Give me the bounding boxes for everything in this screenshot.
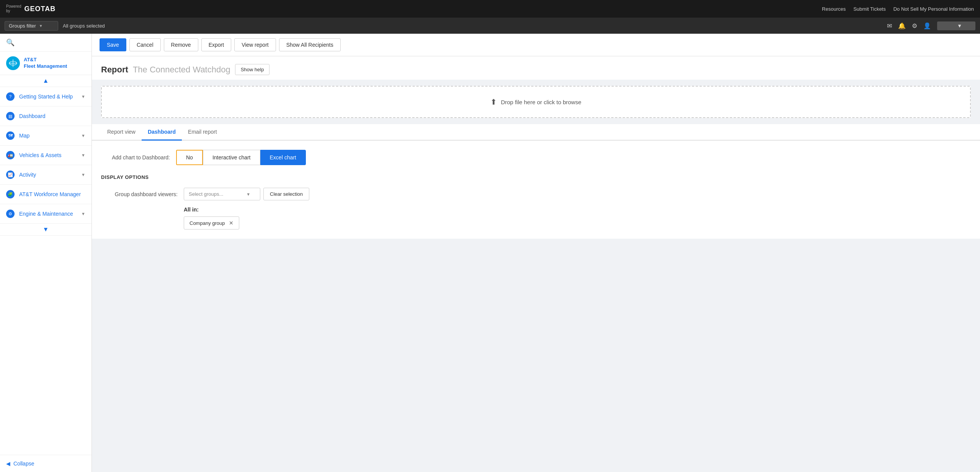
engine-chevron-icon: ▼ [81, 211, 85, 216]
sidebar-brand: AT&TFleet Management [0, 52, 91, 75]
app-layout: 🔍 AT&TFleet Management ▲ ? Getting Start… [0, 34, 980, 472]
view-report-button[interactable]: View report [234, 38, 276, 51]
dashboard-icon: ▤ [6, 112, 15, 120]
getting-started-icon: ? [6, 92, 15, 101]
upload-icon: ⬆ [490, 97, 497, 107]
add-chart-label: Add chart to Dashboard: [101, 154, 170, 161]
groups-bar-icons: ✉ 🔔 ⚙ 👤 ▼ [887, 21, 975, 30]
report-title-text: Report [101, 65, 128, 75]
do-not-sell-link[interactable]: Do Not Sell My Personal Information [893, 6, 974, 12]
map-chevron-icon: ▼ [81, 133, 85, 138]
all-in-label: All in: [184, 206, 971, 213]
drop-zone-text: Drop file here or click to browse [501, 99, 581, 105]
remove-button[interactable]: Remove [164, 38, 198, 51]
groups-filter-chevron-icon: ▼ [39, 24, 43, 28]
group-viewers-row: Group dashboard viewers: Select groups..… [101, 188, 971, 200]
drop-zone[interactable]: ⬆ Drop file here or click to browse [101, 86, 971, 118]
sidebar-label-map: Map [19, 133, 77, 139]
show-recipients-button[interactable]: Show All Recipients [279, 38, 341, 51]
tabs: Report view Dashboard Email report [92, 124, 980, 141]
report-subtitle-text: The Connected Watchdog [133, 65, 230, 75]
user-menu-chevron-icon: ▼ [957, 23, 962, 29]
getting-started-chevron-icon: ▼ [81, 94, 85, 99]
sidebar-item-getting-started[interactable]: ? Getting Started & Help ▼ [0, 87, 91, 107]
chart-excel-button[interactable]: Excel chart [260, 150, 306, 165]
chart-options: No Interactive chart Excel chart [176, 150, 306, 165]
sidebar-label-engine: Engine & Maintenance [19, 211, 77, 217]
scroll-up-indicator: ▲ [0, 75, 91, 87]
workforce-icon: 🧩 [6, 190, 15, 198]
select-groups-placeholder: Select groups... [189, 191, 223, 197]
sidebar-label-vehicles: Vehicles & Assets [19, 152, 77, 158]
tab-email-report[interactable]: Email report [182, 124, 223, 141]
activity-chevron-icon: ▼ [81, 172, 85, 177]
groups-filter-label: Groups filter [9, 23, 36, 29]
toolbar: Save Cancel Remove Export View report Sh… [92, 34, 980, 56]
geotab-logo: GEOTAB [24, 5, 56, 13]
sidebar-item-map[interactable]: 🗺 Map ▼ [0, 126, 91, 146]
collapse-arrow-icon: ◀ [6, 461, 10, 467]
dashboard-panel: Add chart to Dashboard: No Interactive c… [92, 141, 980, 239]
tab-dashboard[interactable]: Dashboard [142, 124, 182, 141]
powered-by-text: Poweredby [6, 4, 21, 13]
activity-icon: 📈 [6, 170, 15, 179]
user-menu-button[interactable]: ▼ [937, 21, 975, 30]
att-logo-icon [6, 56, 20, 70]
search-icon: 🔍 [6, 38, 15, 47]
collapse-button[interactable]: ◀ Collapse [0, 455, 91, 472]
sidebar-item-vehicles[interactable]: 🚛 Vehicles & Assets ▼ [0, 146, 91, 165]
select-groups-chevron-icon: ▼ [246, 192, 250, 197]
top-nav: Poweredby GEOTAB Resources Submit Ticket… [0, 0, 980, 18]
cancel-button[interactable]: Cancel [129, 38, 161, 51]
report-title: Report The Connected Watchdog Show help [101, 64, 971, 80]
resources-link[interactable]: Resources [822, 6, 846, 12]
scroll-down-button[interactable]: ▼ [43, 226, 49, 233]
sidebar-item-activity[interactable]: 📈 Activity ▼ [0, 165, 91, 185]
sidebar-label-dashboard: Dashboard [19, 113, 85, 119]
tab-report-view[interactable]: Report view [101, 124, 142, 141]
scroll-up-button[interactable]: ▲ [43, 77, 49, 84]
report-header: Report The Connected Watchdog Show help [92, 56, 980, 80]
select-groups-dropdown[interactable]: Select groups... ▼ [184, 188, 260, 200]
groups-selected-text: All groups selected [63, 23, 105, 29]
sidebar-label-activity: Activity [19, 172, 77, 178]
collapse-label: Collapse [13, 461, 34, 467]
show-help-button[interactable]: Show help [235, 64, 270, 75]
groups-bar: Groups filter ▼ All groups selected ✉ 🔔 … [0, 18, 980, 34]
export-button[interactable]: Export [201, 38, 231, 51]
top-nav-left: Poweredby GEOTAB [6, 4, 56, 13]
all-in-section: All in: Company group ✕ [184, 206, 971, 229]
main-content: Save Cancel Remove Export View report Sh… [92, 34, 980, 472]
group-viewers-label: Group dashboard viewers: [101, 191, 178, 197]
sidebar: 🔍 AT&TFleet Management ▲ ? Getting Start… [0, 34, 92, 472]
vehicles-icon: 🚛 [6, 151, 15, 159]
user-name-text [941, 23, 955, 29]
chart-no-button[interactable]: No [176, 150, 203, 165]
sidebar-search[interactable]: 🔍 [0, 34, 91, 52]
sidebar-label-getting-started: Getting Started & Help [19, 93, 77, 100]
chart-interactive-button[interactable]: Interactive chart [203, 150, 260, 165]
company-group-tag: Company group ✕ [184, 216, 239, 229]
engine-icon: ⚙ [6, 210, 15, 218]
groups-filter-button[interactable]: Groups filter ▼ [5, 21, 58, 31]
sidebar-item-dashboard[interactable]: ▤ Dashboard [0, 107, 91, 126]
sidebar-item-workforce[interactable]: 🧩 AT&T Workforce Manager [0, 185, 91, 204]
top-nav-right: Resources Submit Tickets Do Not Sell My … [822, 6, 974, 12]
user-icon[interactable]: 👤 [923, 22, 931, 30]
sidebar-label-workforce: AT&T Workforce Manager [19, 191, 85, 197]
bell-icon[interactable]: 🔔 [898, 22, 906, 30]
submit-tickets-link[interactable]: Submit Tickets [853, 6, 886, 12]
map-icon: 🗺 [6, 131, 15, 140]
vehicles-chevron-icon: ▼ [81, 153, 85, 157]
company-group-label: Company group [189, 220, 225, 226]
clear-selection-button[interactable]: Clear selection [263, 188, 309, 200]
save-button[interactable]: Save [100, 38, 126, 51]
add-chart-row: Add chart to Dashboard: No Interactive c… [101, 150, 971, 165]
select-groups-wrap: Select groups... ▼ Clear selection [184, 188, 309, 200]
scroll-down-indicator: ▼ [0, 224, 91, 236]
remove-company-group-icon[interactable]: ✕ [229, 220, 234, 226]
mail-icon[interactable]: ✉ [887, 22, 892, 30]
gear-icon[interactable]: ⚙ [912, 22, 917, 30]
sidebar-item-engine[interactable]: ⚙ Engine & Maintenance ▼ [0, 204, 91, 224]
brand-name-text: AT&TFleet Management [24, 57, 67, 70]
